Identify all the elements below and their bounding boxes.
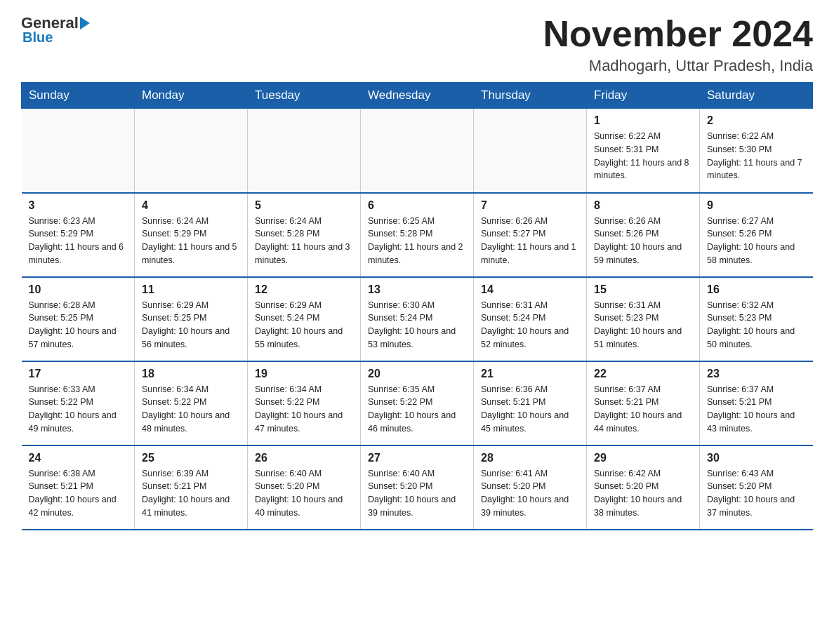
calendar-cell: 24Sunrise: 6:38 AM Sunset: 5:21 PM Dayli… bbox=[22, 445, 135, 530]
day-number: 22 bbox=[594, 368, 692, 380]
calendar-cell: 27Sunrise: 6:40 AM Sunset: 5:20 PM Dayli… bbox=[361, 445, 474, 530]
month-title: November 2024 bbox=[543, 14, 813, 54]
calendar-cell: 10Sunrise: 6:28 AM Sunset: 5:25 PM Dayli… bbox=[22, 277, 135, 361]
calendar-cell: 23Sunrise: 6:37 AM Sunset: 5:21 PM Dayli… bbox=[700, 361, 813, 445]
calendar-cell: 21Sunrise: 6:36 AM Sunset: 5:21 PM Dayli… bbox=[474, 361, 587, 445]
day-number: 17 bbox=[29, 368, 128, 380]
calendar-cell: 9Sunrise: 6:27 AM Sunset: 5:26 PM Daylig… bbox=[700, 193, 813, 277]
calendar-cell bbox=[135, 109, 248, 193]
calendar-week-row: 24Sunrise: 6:38 AM Sunset: 5:21 PM Dayli… bbox=[22, 445, 813, 530]
day-number: 15 bbox=[594, 283, 692, 296]
calendar-cell: 20Sunrise: 6:35 AM Sunset: 5:22 PM Dayli… bbox=[361, 361, 474, 445]
calendar-cell: 14Sunrise: 6:31 AM Sunset: 5:24 PM Dayli… bbox=[474, 277, 587, 361]
day-number: 18 bbox=[142, 368, 240, 380]
day-info: Sunrise: 6:28 AM Sunset: 5:25 PM Dayligh… bbox=[29, 299, 128, 351]
day-number: 3 bbox=[29, 199, 128, 212]
calendar-cell: 5Sunrise: 6:24 AM Sunset: 5:28 PM Daylig… bbox=[248, 193, 361, 277]
day-info: Sunrise: 6:25 AM Sunset: 5:28 PM Dayligh… bbox=[368, 215, 466, 267]
calendar-cell: 7Sunrise: 6:26 AM Sunset: 5:27 PM Daylig… bbox=[474, 193, 587, 277]
day-number: 10 bbox=[29, 283, 128, 296]
calendar-cell: 28Sunrise: 6:41 AM Sunset: 5:20 PM Dayli… bbox=[474, 445, 587, 530]
header-tuesday: Tuesday bbox=[248, 83, 361, 109]
calendar-cell: 25Sunrise: 6:39 AM Sunset: 5:21 PM Dayli… bbox=[135, 445, 248, 530]
calendar-cell bbox=[474, 109, 587, 193]
calendar-cell bbox=[361, 109, 474, 193]
day-info: Sunrise: 6:43 AM Sunset: 5:20 PM Dayligh… bbox=[707, 467, 806, 520]
day-info: Sunrise: 6:34 AM Sunset: 5:22 PM Dayligh… bbox=[255, 383, 353, 436]
calendar-cell: 4Sunrise: 6:24 AM Sunset: 5:29 PM Daylig… bbox=[135, 193, 248, 277]
day-info: Sunrise: 6:33 AM Sunset: 5:22 PM Dayligh… bbox=[29, 383, 128, 436]
day-info: Sunrise: 6:29 AM Sunset: 5:25 PM Dayligh… bbox=[142, 299, 240, 351]
day-info: Sunrise: 6:34 AM Sunset: 5:22 PM Dayligh… bbox=[142, 383, 240, 436]
calendar-cell: 13Sunrise: 6:30 AM Sunset: 5:24 PM Dayli… bbox=[361, 277, 474, 361]
calendar-cell bbox=[248, 109, 361, 193]
day-number: 25 bbox=[142, 452, 240, 464]
day-info: Sunrise: 6:41 AM Sunset: 5:20 PM Dayligh… bbox=[481, 467, 579, 520]
day-info: Sunrise: 6:37 AM Sunset: 5:21 PM Dayligh… bbox=[594, 383, 692, 436]
day-number: 16 bbox=[707, 283, 806, 296]
day-number: 11 bbox=[142, 283, 240, 296]
day-info: Sunrise: 6:31 AM Sunset: 5:24 PM Dayligh… bbox=[481, 299, 579, 351]
day-info: Sunrise: 6:38 AM Sunset: 5:21 PM Dayligh… bbox=[29, 467, 128, 520]
header-saturday: Saturday bbox=[700, 83, 813, 109]
day-info: Sunrise: 6:27 AM Sunset: 5:26 PM Dayligh… bbox=[707, 215, 806, 267]
day-number: 4 bbox=[142, 199, 240, 212]
day-info: Sunrise: 6:24 AM Sunset: 5:28 PM Dayligh… bbox=[255, 215, 353, 267]
day-number: 24 bbox=[29, 452, 128, 464]
header-wednesday: Wednesday bbox=[361, 83, 474, 109]
title-block: November 2024 Madhogarh, Uttar Pradesh, … bbox=[543, 14, 813, 75]
day-info: Sunrise: 6:30 AM Sunset: 5:24 PM Dayligh… bbox=[368, 299, 466, 351]
day-info: Sunrise: 6:37 AM Sunset: 5:21 PM Dayligh… bbox=[707, 383, 806, 436]
day-info: Sunrise: 6:35 AM Sunset: 5:22 PM Dayligh… bbox=[368, 383, 466, 436]
calendar-cell: 16Sunrise: 6:32 AM Sunset: 5:23 PM Dayli… bbox=[700, 277, 813, 361]
day-number: 23 bbox=[707, 368, 806, 380]
calendar-cell: 11Sunrise: 6:29 AM Sunset: 5:25 PM Dayli… bbox=[135, 277, 248, 361]
day-number: 30 bbox=[707, 452, 806, 464]
calendar-week-row: 3Sunrise: 6:23 AM Sunset: 5:29 PM Daylig… bbox=[22, 193, 813, 277]
calendar-cell: 3Sunrise: 6:23 AM Sunset: 5:29 PM Daylig… bbox=[22, 193, 135, 277]
header-monday: Monday bbox=[135, 83, 248, 109]
day-number: 20 bbox=[368, 368, 466, 380]
page-header: General Blue November 2024 Madhogarh, Ut… bbox=[21, 14, 813, 75]
calendar-cell: 15Sunrise: 6:31 AM Sunset: 5:23 PM Dayli… bbox=[587, 277, 700, 361]
day-number: 26 bbox=[255, 452, 353, 464]
location-title: Madhogarh, Uttar Pradesh, India bbox=[543, 57, 813, 75]
calendar-week-row: 17Sunrise: 6:33 AM Sunset: 5:22 PM Dayli… bbox=[22, 361, 813, 445]
day-number: 19 bbox=[255, 368, 353, 380]
day-info: Sunrise: 6:24 AM Sunset: 5:29 PM Dayligh… bbox=[142, 215, 240, 267]
calendar-cell: 26Sunrise: 6:40 AM Sunset: 5:20 PM Dayli… bbox=[248, 445, 361, 530]
logo-blue-text: Blue bbox=[21, 29, 53, 46]
header-thursday: Thursday bbox=[474, 83, 587, 109]
calendar-week-row: 1Sunrise: 6:22 AM Sunset: 5:31 PM Daylig… bbox=[22, 109, 813, 193]
day-number: 2 bbox=[707, 114, 806, 127]
day-info: Sunrise: 6:42 AM Sunset: 5:20 PM Dayligh… bbox=[594, 467, 692, 520]
day-info: Sunrise: 6:22 AM Sunset: 5:31 PM Dayligh… bbox=[594, 130, 692, 182]
calendar-cell: 8Sunrise: 6:26 AM Sunset: 5:26 PM Daylig… bbox=[587, 193, 700, 277]
day-number: 28 bbox=[481, 452, 579, 464]
calendar-cell: 17Sunrise: 6:33 AM Sunset: 5:22 PM Dayli… bbox=[22, 361, 135, 445]
logo-arrow-icon bbox=[80, 17, 90, 29]
calendar-cell: 2Sunrise: 6:22 AM Sunset: 5:30 PM Daylig… bbox=[700, 109, 813, 193]
day-number: 27 bbox=[368, 452, 466, 464]
calendar-cell: 22Sunrise: 6:37 AM Sunset: 5:21 PM Dayli… bbox=[587, 361, 700, 445]
day-number: 13 bbox=[368, 283, 466, 296]
day-info: Sunrise: 6:23 AM Sunset: 5:29 PM Dayligh… bbox=[29, 215, 128, 267]
day-info: Sunrise: 6:40 AM Sunset: 5:20 PM Dayligh… bbox=[255, 467, 353, 520]
day-number: 9 bbox=[707, 199, 806, 212]
calendar-week-row: 10Sunrise: 6:28 AM Sunset: 5:25 PM Dayli… bbox=[22, 277, 813, 361]
day-number: 29 bbox=[594, 452, 692, 464]
calendar-cell bbox=[22, 109, 135, 193]
logo: General Blue bbox=[21, 14, 91, 46]
calendar-cell: 18Sunrise: 6:34 AM Sunset: 5:22 PM Dayli… bbox=[135, 361, 248, 445]
calendar-cell: 29Sunrise: 6:42 AM Sunset: 5:20 PM Dayli… bbox=[587, 445, 700, 530]
day-info: Sunrise: 6:26 AM Sunset: 5:26 PM Dayligh… bbox=[594, 215, 692, 267]
day-info: Sunrise: 6:22 AM Sunset: 5:30 PM Dayligh… bbox=[707, 130, 806, 182]
header-sunday: Sunday bbox=[22, 83, 135, 109]
day-info: Sunrise: 6:31 AM Sunset: 5:23 PM Dayligh… bbox=[594, 299, 692, 351]
day-info: Sunrise: 6:40 AM Sunset: 5:20 PM Dayligh… bbox=[368, 467, 466, 520]
day-number: 7 bbox=[481, 199, 579, 212]
calendar-cell: 12Sunrise: 6:29 AM Sunset: 5:24 PM Dayli… bbox=[248, 277, 361, 361]
header-friday: Friday bbox=[587, 83, 700, 109]
day-number: 6 bbox=[368, 199, 466, 212]
day-number: 1 bbox=[594, 114, 692, 127]
